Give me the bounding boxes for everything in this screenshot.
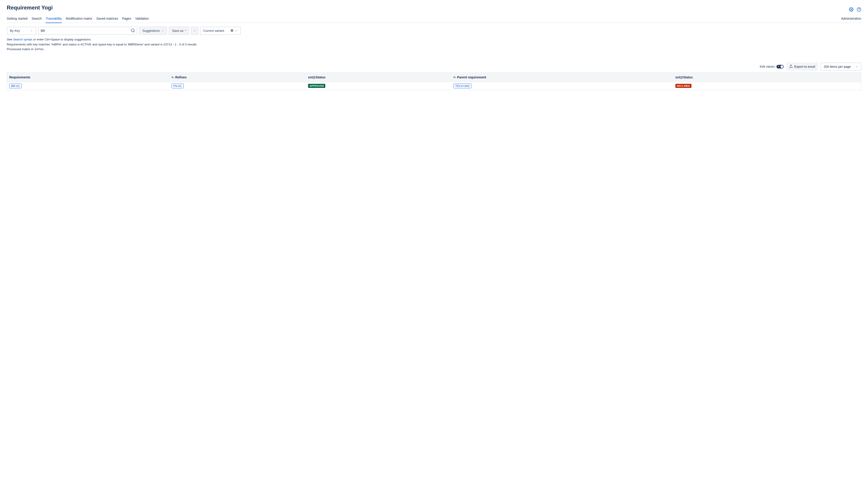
tab-saved-matrices[interactable]: Saved matrices <box>96 15 118 23</box>
chevron-down-icon <box>193 29 196 32</box>
help-suffix: or enter Ctrl+Space to display suggestio… <box>32 38 91 41</box>
save-as-dropdown-button[interactable] <box>191 27 198 35</box>
parent-status-cell: DECLINED <box>673 82 861 90</box>
traceability-matrix-table: Requirements<- Refinesext@Status<- Paren… <box>7 72 861 90</box>
table-row: BR-01FN-01APPROVEDTECH-002DECLINED <box>7 82 861 90</box>
help-prefix: See <box>7 38 13 41</box>
column-header: ext@Status <box>673 72 861 82</box>
tab-search[interactable]: Search <box>32 15 41 23</box>
search-syntax-link[interactable]: Search syntax <box>13 38 33 41</box>
edit-values-toggle[interactable]: ✕ <box>776 65 784 68</box>
column-header: <- Parent requirement <box>451 72 673 82</box>
requirement-key[interactable]: BR-01 <box>9 84 22 88</box>
timing-text: Processed matrix in 147ms <box>7 47 861 52</box>
edit-values-label: Edit values <box>760 65 775 68</box>
unsaved-indicator-icon: * <box>185 29 186 33</box>
export-label: Export to excel <box>794 65 815 68</box>
variant-label: Current variant <box>203 29 224 33</box>
page-size-dropdown[interactable]: 200 items per page <box>820 63 861 71</box>
status-badge: DECLINED <box>675 84 691 88</box>
administration-link[interactable]: Administration <box>841 17 861 23</box>
svg-point-3 <box>131 29 134 32</box>
tab-validation[interactable]: Validation <box>135 15 149 23</box>
parent-cell: TECH-002 <box>451 82 673 90</box>
suggestions-label: Suggestions <box>143 29 160 33</box>
query-summary: Requirements with key matches '%BR%' and… <box>7 42 861 47</box>
chevron-down-icon <box>30 29 33 32</box>
save-as-label: Save as <box>172 29 184 33</box>
chevron-down-icon <box>855 65 858 68</box>
column-header: Requirements <box>7 72 169 82</box>
clear-icon[interactable] <box>230 29 234 33</box>
parent-key[interactable]: TECH-002 <box>454 84 471 88</box>
help-icon[interactable] <box>857 7 861 12</box>
chevron-down-icon <box>235 29 238 32</box>
sort-by-dropdown[interactable]: By Key <box>7 27 36 35</box>
refines-status-cell: APPROVED <box>306 82 451 90</box>
page-size-label: 200 items per page <box>824 65 851 68</box>
export-icon <box>789 64 793 69</box>
column-header: <- Refines <box>169 72 306 82</box>
status-badge: APPROVED <box>308 84 325 88</box>
tab-getting-started[interactable]: Getting started <box>7 15 28 23</box>
search-icon[interactable] <box>131 28 135 33</box>
variant-dropdown[interactable]: Current variant <box>200 27 241 35</box>
chevron-down-icon <box>161 29 164 32</box>
search-input[interactable] <box>41 29 131 33</box>
svg-line-4 <box>134 31 135 32</box>
export-button[interactable]: Export to excel <box>786 63 818 71</box>
tab-traceability[interactable]: Traceability <box>46 15 62 23</box>
requirement-cell: BR-01 <box>7 82 169 90</box>
sort-by-label: By Key <box>10 29 20 33</box>
tab-modification-matrix[interactable]: Modification matrix <box>66 15 92 23</box>
svg-point-0 <box>851 9 852 10</box>
refines-key[interactable]: FN-01 <box>172 84 184 88</box>
page-title: Requirement Yogi <box>7 4 53 11</box>
tab-pages[interactable]: Pages <box>122 15 131 23</box>
column-header: ext@Status <box>306 72 451 82</box>
toggle-knob <box>780 65 783 68</box>
save-as-button[interactable]: Save as * <box>169 27 189 35</box>
toggle-off-icon: ✕ <box>778 66 779 68</box>
gear-icon[interactable] <box>849 7 854 12</box>
suggestions-button[interactable]: Suggestions <box>139 27 167 35</box>
search-input-wrapper <box>38 27 137 35</box>
refines-cell: FN-01 <box>169 82 306 90</box>
